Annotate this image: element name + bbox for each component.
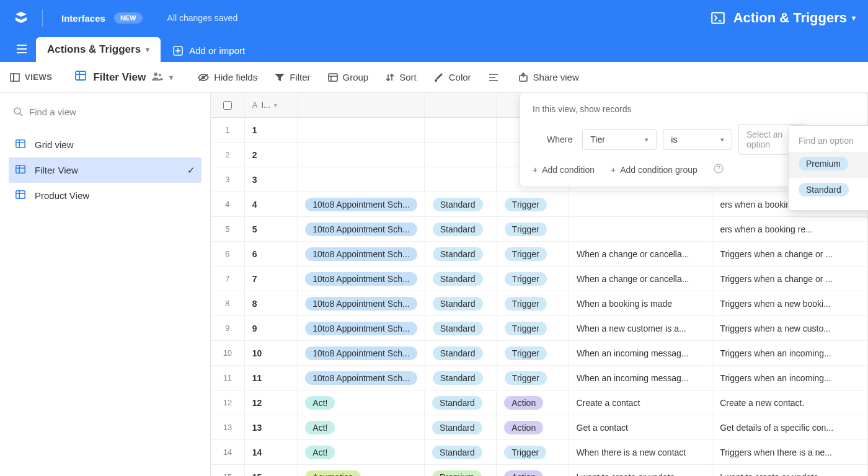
tier-cell[interactable]: Standard (425, 341, 497, 365)
table-row[interactable]: 5510to8 Appointment Sch...StandardTrigge… (211, 217, 868, 242)
tier-cell[interactable]: Standard (425, 440, 497, 464)
table-row[interactable]: 1414Act!StandardTriggerWhen there is a n… (211, 440, 868, 465)
column-header-id[interactable]: A I... ▾ (245, 93, 298, 117)
c5-cell[interactable]: I want to create or update ... (569, 465, 713, 476)
tier-cell[interactable] (425, 118, 497, 142)
c5-cell[interactable]: When there is a new contact (569, 440, 713, 464)
id-cell[interactable]: 15 (245, 465, 298, 476)
type-cell[interactable]: Trigger (497, 267, 569, 291)
menu-icon[interactable] (7, 45, 36, 62)
help-icon[interactable] (714, 164, 724, 175)
filter-field-select[interactable]: Tier▾ (582, 129, 657, 150)
id-cell[interactable]: 4 (245, 192, 298, 216)
tier-cell[interactable]: Premium (425, 465, 497, 476)
id-cell[interactable]: 1 (245, 118, 298, 142)
interfaces-link[interactable]: Interfaces (61, 13, 105, 24)
c6-cell[interactable]: Triggers when a new custo... (712, 316, 868, 340)
type-cell[interactable]: Trigger (497, 192, 569, 216)
table-row[interactable]: 4410to8 Appointment Sch...StandardTrigge… (211, 192, 868, 217)
tier-cell[interactable]: Standard (425, 242, 497, 266)
c6-cell[interactable]: ers when a booking re... (712, 217, 868, 241)
type-cell[interactable]: Trigger (497, 316, 569, 340)
app-cell[interactable]: Acumatica (298, 465, 425, 476)
group-button[interactable]: Group (328, 72, 369, 82)
tier-cell[interactable]: Standard (425, 267, 497, 291)
option-standard[interactable]: Standard (789, 178, 868, 204)
type-cell[interactable]: Trigger (497, 217, 569, 241)
id-cell[interactable]: 6 (245, 242, 298, 266)
table-row[interactable]: 111110to8 Appointment Sch...StandardTrig… (211, 366, 868, 390)
current-view-name[interactable]: Filter View ▾ (74, 69, 173, 85)
c5-cell[interactable]: When a change or cancella... (569, 242, 712, 266)
c5-cell[interactable]: When a change or cancella... (569, 267, 712, 291)
app-cell[interactable]: 10to8 Appointment Sch... (298, 217, 425, 241)
table-row[interactable]: 101010to8 Appointment Sch...StandardTrig… (211, 341, 868, 366)
tier-cell[interactable]: Standard (425, 291, 497, 315)
sidebar-view-item[interactable]: Product View (9, 183, 202, 208)
type-cell[interactable]: Action (497, 390, 569, 415)
add-condition-button[interactable]: + Add condition (533, 165, 595, 175)
c6-cell[interactable]: Triggers when a new booki... (712, 291, 868, 315)
sidebar-view-item[interactable]: Grid view (9, 132, 202, 157)
people-icon[interactable] (152, 71, 163, 84)
c5-cell[interactable]: Create a contact (569, 390, 713, 415)
app-cell[interactable] (298, 143, 425, 167)
app-cell[interactable]: 10to8 Appointment Sch... (298, 242, 425, 266)
type-cell[interactable]: Action (497, 465, 569, 476)
table-row[interactable]: 1515AcumaticaPremiumActionI want to crea… (211, 465, 868, 476)
hide-fields-button[interactable]: Hide fields (198, 72, 257, 82)
sidebar-view-item[interactable]: Filter View✓ (9, 157, 202, 183)
app-cell[interactable]: 10to8 Appointment Sch... (298, 291, 425, 315)
c6-cell[interactable]: Triggers when an incoming... (712, 341, 868, 365)
c6-cell[interactable]: Triggers when an incoming... (712, 366, 868, 390)
app-cell[interactable]: 10to8 Appointment Sch... (298, 267, 425, 291)
id-cell[interactable]: 11 (245, 366, 298, 390)
add-condition-group-button[interactable]: + Add condition group (611, 165, 698, 175)
app-cell[interactable]: 10to8 Appointment Sch... (298, 341, 425, 365)
table-row[interactable]: 7710to8 Appointment Sch...StandardTrigge… (211, 267, 868, 291)
tab-actions-triggers[interactable]: Actions & Triggers ▾ (36, 37, 161, 62)
table-row[interactable]: 8810to8 Appointment Sch...StandardTrigge… (211, 291, 868, 316)
c6-cell[interactable]: Triggers when a change or ... (712, 242, 868, 266)
tier-cell[interactable]: Standard (425, 316, 497, 340)
color-button[interactable]: Color (434, 72, 471, 82)
column-header-app[interactable] (298, 93, 425, 117)
id-cell[interactable]: 9 (245, 316, 298, 340)
type-cell[interactable]: Action (497, 415, 569, 439)
app-cell[interactable]: 10to8 Appointment Sch... (298, 192, 425, 216)
add-or-import-button[interactable]: Add or import (173, 45, 245, 62)
table-row[interactable]: 6610to8 Appointment Sch...StandardTrigge… (211, 242, 868, 267)
type-cell[interactable]: Trigger (497, 366, 569, 390)
app-cell[interactable]: Act! (298, 390, 425, 415)
id-cell[interactable]: 13 (245, 415, 298, 439)
option-premium[interactable]: Premium (789, 152, 868, 178)
share-view-button[interactable]: Share view (518, 72, 579, 82)
type-cell[interactable]: Trigger (497, 440, 569, 464)
c6-cell[interactable]: Get details of a specific con... (712, 415, 868, 439)
c5-cell[interactable]: When an incoming messag... (569, 366, 712, 390)
table-row[interactable]: 9910to8 Appointment Sch...StandardTrigge… (211, 316, 868, 341)
id-cell[interactable]: 7 (245, 267, 298, 291)
app-cell[interactable]: 10to8 Appointment Sch... (298, 316, 425, 340)
tier-cell[interactable] (425, 167, 497, 192)
table-row[interactable]: 1313Act!StandardActionGet a contactGet d… (211, 415, 868, 440)
c6-cell[interactable]: I want to create or update ... (712, 465, 868, 476)
c6-cell[interactable]: Triggers when a change or ... (712, 267, 868, 291)
c5-cell[interactable]: When a new customer is a... (569, 316, 712, 340)
type-cell[interactable]: Trigger (497, 291, 569, 315)
find-option-input[interactable]: Find an option (789, 132, 868, 152)
views-toggle[interactable]: VIEWS (10, 73, 52, 82)
app-logo-icon[interactable] (12, 9, 30, 27)
id-cell[interactable]: 5 (245, 217, 298, 241)
tier-cell[interactable]: Standard (425, 217, 497, 241)
type-cell[interactable]: Trigger (497, 242, 569, 266)
base-title[interactable]: Action & Triggers ▾ (710, 10, 856, 26)
id-cell[interactable]: 10 (245, 341, 298, 365)
app-cell[interactable]: Act! (298, 415, 425, 439)
chevron-down-icon[interactable]: ▾ (169, 73, 173, 82)
c6-cell[interactable]: Create a new contact. (712, 390, 868, 415)
app-cell[interactable]: Act! (298, 440, 425, 464)
type-cell[interactable]: Trigger (497, 341, 569, 365)
filter-operator-select[interactable]: is▾ (663, 129, 732, 150)
app-cell[interactable] (298, 118, 425, 142)
